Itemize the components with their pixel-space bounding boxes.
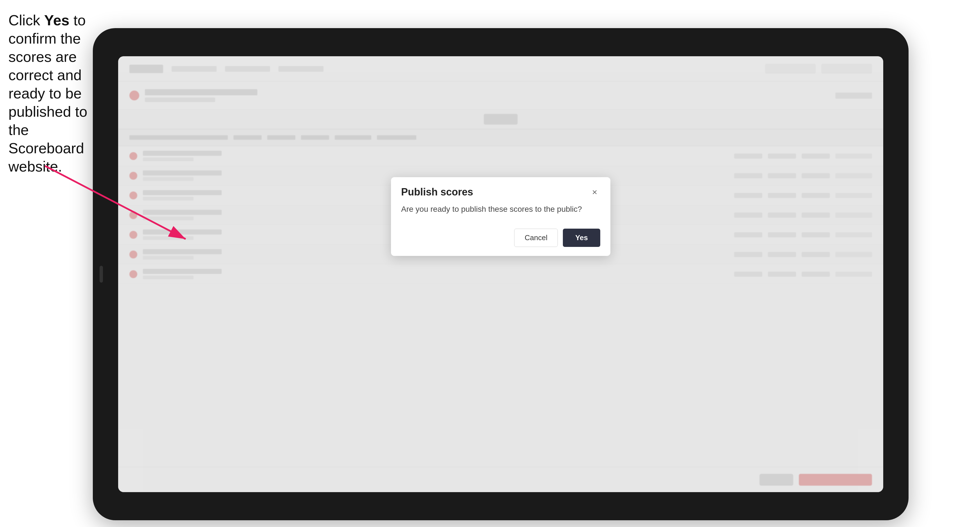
cancel-button[interactable]: Cancel [514, 229, 558, 247]
dialog-footer: Cancel Yes [391, 223, 610, 256]
modal-overlay: Publish scores × Are you ready to publis… [118, 56, 883, 492]
dialog-header: Publish scores × [391, 177, 610, 203]
publish-scores-dialog: Publish scores × Are you ready to publis… [391, 177, 610, 256]
tablet-screen: Publish scores × Are you ready to publis… [118, 56, 883, 492]
dialog-title: Publish scores [401, 186, 473, 198]
dialog-close-button[interactable]: × [589, 186, 600, 198]
yes-button[interactable]: Yes [563, 229, 600, 247]
dialog-body: Are you ready to publish these scores to… [391, 203, 610, 223]
dialog-message: Are you ready to publish these scores to… [401, 203, 600, 214]
tablet-device: Publish scores × Are you ready to publis… [93, 28, 908, 520]
camera-bump [100, 266, 103, 283]
instruction-text: Click Yes to confirm the scores are corr… [8, 11, 90, 176]
